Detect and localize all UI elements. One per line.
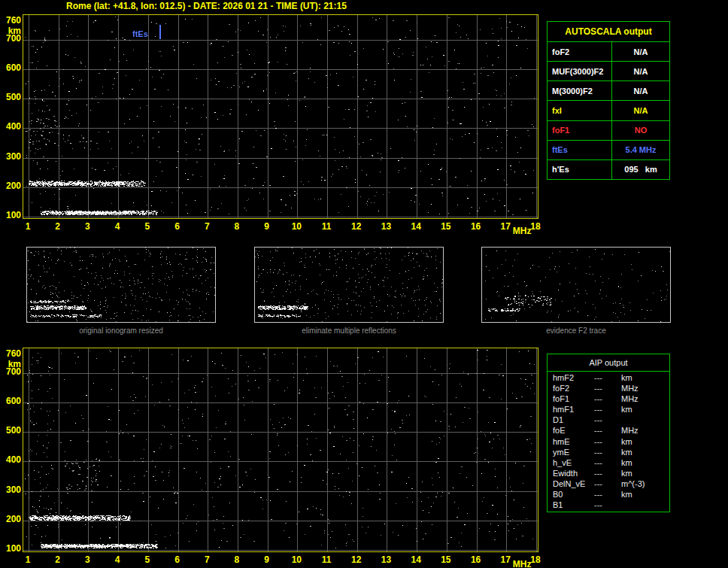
aip-table-rows: hmF2---kmfoF2---MHzfoF1---MHzhmF1---kmD1… (548, 372, 669, 510)
autoscala-output-table: AUTOSCALA output foF2N/AMUF(3000)F2N/AM(… (547, 21, 670, 180)
y-tick-760-bottom: 760 (1, 349, 21, 359)
x-tick-14-bottom: 14 (411, 555, 420, 565)
thumbnail-caption-evidence: evidence F2 trace (481, 327, 671, 335)
x-tick-11-top: 11 (322, 222, 332, 232)
x-tick-6-top: 6 (174, 222, 180, 232)
ionogram-bottom-canvas (23, 348, 538, 551)
aip-row-value: --- (594, 458, 621, 467)
thumbnail-original-ionogram (26, 247, 216, 323)
autoscala-table-title: AUTOSCALA output (548, 22, 669, 42)
autoscala-row-label: MUF(3000)F2 (548, 62, 611, 80)
x-tick-1-bottom: 1 (26, 555, 31, 565)
x-tick-17-top: 17 (501, 222, 511, 232)
aip-row-value: --- (594, 415, 621, 424)
aip-row-fof2: foF2---MHz (548, 383, 669, 393)
x-tick-7-top: 7 (205, 222, 210, 232)
autoscala-window: Rome (lat: +41.8, lon: 012.5) - DATE: 20… (0, 0, 728, 568)
x-tick-3-top: 3 (85, 222, 90, 232)
aip-output-table: AIP output hmF2---kmfoF2---MHzfoF1---MHz… (547, 354, 670, 512)
aip-row-unit: km (621, 373, 669, 382)
autoscala-row-fof2: foF2N/A (548, 42, 669, 62)
x-tick-4-top: 4 (115, 222, 120, 232)
aip-row-hmf1: hmF1---km (548, 404, 669, 415)
aip-row-b1: B1--- (548, 500, 669, 510)
autoscala-row-m3000f2: M(3000)F2N/A (548, 81, 669, 101)
autoscala-table-rows: foF2N/AMUF(3000)F2N/AM(3000)F2N/AfxIN/Af… (548, 42, 669, 179)
autoscala-row-value: N/A (611, 42, 669, 61)
aip-row-value: --- (594, 490, 621, 499)
aip-row-hmf2: hmF2---km (548, 372, 669, 383)
aip-row-unit: m^(-3) (621, 479, 669, 488)
aip-row-label: h_vE (548, 458, 594, 467)
aip-row-value: --- (594, 437, 621, 446)
y-tick-600-top: 600 (1, 63, 21, 73)
y-tick-200-top: 200 (1, 181, 21, 191)
x-tick-8-top: 8 (235, 222, 240, 232)
x-tick-8-bottom: 8 (235, 555, 240, 565)
autoscala-row-value: N/A (611, 62, 669, 80)
aip-row-unit: km (621, 437, 669, 446)
aip-row-unit: MHz (621, 426, 669, 435)
y-tick-600-bottom: 600 (1, 396, 21, 406)
aip-row-label: foF1 (548, 394, 594, 403)
x-tick-12-top: 12 (351, 222, 361, 232)
aip-row-unit: MHz (621, 384, 669, 393)
thumbnail-evidence-f2 (481, 247, 671, 323)
y-tick-100-bottom: 100 (1, 544, 21, 554)
x-tick-5-bottom: 5 (144, 555, 150, 565)
aip-row-ewidth: Ewidth---km (548, 468, 669, 478)
aip-row-label: B0 (548, 490, 594, 499)
aip-row-label: foF2 (548, 384, 594, 393)
y-tick-500-top: 500 (1, 93, 21, 102)
ionogram-plot-top (23, 14, 538, 219)
aip-row-value: --- (594, 405, 621, 414)
aip-row-value: --- (594, 394, 621, 403)
autoscala-row-value: 5.4 MHz (611, 141, 669, 159)
aip-row-value: --- (594, 479, 621, 488)
autoscala-row-value: N/A (611, 81, 669, 100)
aip-row-unit: km (621, 490, 669, 499)
x-tick-16-bottom: 16 (471, 555, 481, 565)
x-tick-9-top: 9 (264, 222, 269, 232)
aip-row-value: --- (594, 384, 621, 393)
x-tick-11-bottom: 11 (322, 555, 332, 565)
x-tick-7-bottom: 7 (205, 555, 210, 565)
aip-row-label: foE (548, 426, 594, 435)
aip-row-value: --- (594, 373, 621, 382)
aip-table-title: AIP output (548, 354, 669, 372)
aip-row-value: --- (594, 426, 621, 435)
x-tick-14-top: 14 (411, 222, 420, 232)
ionogram-plot-bottom (23, 348, 538, 552)
thumbnail-caption-original: original ionogram resized (26, 327, 216, 335)
autoscala-row-value: N/A (611, 101, 669, 120)
y-axis-unit-top: km (1, 26, 21, 36)
x-axis-unit-top: MHz (513, 226, 532, 236)
thumbnail-original-canvas (27, 248, 215, 322)
aip-row-hme: hmE---km (548, 436, 669, 446)
aip-row-d1: D1--- (548, 415, 669, 425)
thumbnail-eliminate-canvas (255, 248, 443, 322)
y-tick-400-top: 400 (1, 122, 21, 132)
autoscala-row-value: NO (611, 121, 669, 140)
autoscala-row-label: M(3000)F2 (548, 81, 611, 100)
y-tick-300-top: 300 (1, 152, 21, 162)
thumbnail-evidence-canvas (482, 248, 670, 322)
aip-row-label: D1 (548, 415, 594, 424)
x-tick-13-bottom: 13 (381, 555, 391, 565)
aip-row-label: B1 (548, 500, 594, 509)
x-tick-9-bottom: 9 (264, 555, 269, 565)
autoscala-row-fof1: foF1NO (548, 121, 669, 141)
aip-row-yme: ymE---km (548, 447, 669, 457)
aip-row-label: hmE (548, 437, 594, 446)
aip-row-hve: h_vE---km (548, 457, 669, 468)
autoscala-row-label: ftEs (548, 141, 611, 159)
aip-row-unit: km (621, 469, 669, 478)
x-tick-16-top: 16 (471, 222, 481, 232)
aip-row-b0: B0---km (548, 489, 669, 500)
x-axis-unit-bottom: MHz (513, 560, 532, 568)
aip-row-label: Ewidth (548, 469, 594, 478)
x-tick-2-top: 2 (55, 222, 60, 232)
aip-row-label: ymE (548, 448, 594, 457)
aip-row-unit: km (621, 448, 669, 457)
y-tick-300-bottom: 300 (1, 485, 21, 495)
